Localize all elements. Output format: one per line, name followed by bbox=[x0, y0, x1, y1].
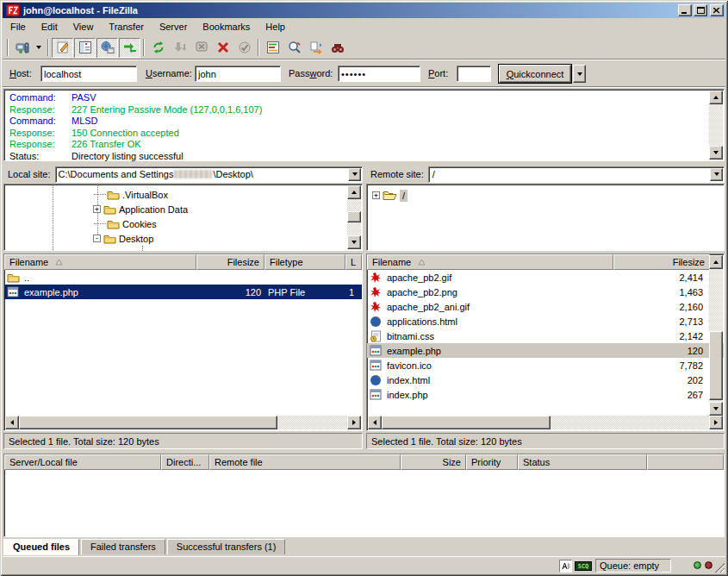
image-file-icon bbox=[367, 286, 383, 298]
tree-item-virtualbox[interactable]: .VirtualBox bbox=[94, 187, 168, 202]
scroll-down-button[interactable] bbox=[709, 402, 723, 416]
scroll-up-button[interactable] bbox=[709, 91, 723, 104]
toggle-local-tree-button[interactable] bbox=[74, 38, 96, 58]
tab-failed-transfers[interactable]: Failed transfers bbox=[81, 539, 165, 554]
tree-item-root[interactable]: + / bbox=[372, 188, 408, 203]
sync-browsing-button[interactable] bbox=[305, 38, 327, 58]
cancel-file-button[interactable] bbox=[190, 38, 212, 58]
scroll-left-button[interactable] bbox=[5, 416, 19, 429]
menu-bookmarks[interactable]: Bookmarks bbox=[195, 19, 258, 34]
file-row[interactable]: index.html 202 bbox=[367, 373, 724, 387]
column-lastmodified[interactable]: L bbox=[345, 254, 362, 270]
tree-item-desktop[interactable]: - Desktop bbox=[93, 231, 153, 246]
menu-transfer[interactable]: Transfer bbox=[101, 19, 152, 34]
minimize-button[interactable] bbox=[678, 4, 692, 16]
compare-button[interactable] bbox=[283, 38, 305, 58]
scroll-thumb[interactable] bbox=[347, 211, 361, 222]
scroll-left-button[interactable] bbox=[368, 416, 382, 429]
quickconnect-dropdown[interactable] bbox=[573, 65, 586, 83]
cancel-operation-button[interactable] bbox=[212, 38, 233, 58]
remote-horizontal-scrollbar[interactable] bbox=[368, 416, 723, 429]
column-status[interactable]: Status bbox=[518, 454, 647, 470]
tab-successful-transfers[interactable]: Successful transfers (1) bbox=[167, 539, 286, 554]
file-row[interactable]: bitnami.css 2,142 bbox=[367, 329, 724, 343]
quickconnect-button[interactable]: Quickconnect bbox=[499, 65, 571, 83]
column-filename[interactable]: Filename bbox=[367, 254, 613, 270]
host-input[interactable] bbox=[40, 66, 137, 82]
refresh-button[interactable] bbox=[147, 38, 169, 58]
scroll-thumb[interactable] bbox=[382, 416, 551, 429]
port-input[interactable] bbox=[457, 66, 491, 82]
remote-site-combobox[interactable]: / bbox=[428, 166, 725, 183]
folder-icon bbox=[4, 272, 21, 283]
remote-path: / bbox=[432, 169, 435, 179]
filezilla-logo-icon bbox=[6, 4, 20, 16]
file-row[interactable]: apache_pb2.png 1,463 bbox=[367, 285, 724, 299]
tab-queued-files[interactable]: Queued files bbox=[3, 539, 79, 555]
remote-status-bar: Selected 1 file. Total size: 120 bytes bbox=[366, 433, 725, 449]
local-site-combobox[interactable]: C:\Documents and Settings\Desktop\ bbox=[55, 166, 363, 183]
folder-icon bbox=[103, 204, 116, 215]
find-button[interactable] bbox=[327, 38, 348, 58]
local-site-dropdown[interactable] bbox=[348, 168, 361, 181]
tree-item-cookies[interactable]: Cookies bbox=[94, 216, 157, 231]
site-manager-dropdown[interactable] bbox=[33, 38, 45, 58]
port-label: Port: bbox=[428, 68, 448, 78]
local-status-bar: Selected 1 file. Total size: 120 bytes bbox=[3, 433, 363, 449]
toggle-queue-button[interactable] bbox=[119, 38, 140, 58]
scroll-up-button[interactable] bbox=[347, 185, 361, 199]
column-filetype[interactable]: Filetype bbox=[264, 254, 345, 270]
column-filesize[interactable]: Filesize bbox=[196, 254, 264, 270]
file-row[interactable]: applications.html 2,713 bbox=[367, 314, 724, 329]
scroll-thumb[interactable] bbox=[19, 416, 277, 429]
expand-icon[interactable]: + bbox=[372, 191, 380, 199]
tree-item-application-data[interactable]: + Application Data bbox=[93, 202, 188, 216]
username-input[interactable] bbox=[195, 66, 281, 82]
scroll-up-button[interactable] bbox=[709, 255, 723, 269]
local-horizontal-scrollbar[interactable] bbox=[5, 416, 361, 429]
file-row-parent[interactable]: .. bbox=[4, 270, 362, 285]
process-queue-button[interactable] bbox=[169, 38, 190, 58]
scroll-right-button[interactable] bbox=[347, 416, 361, 429]
menu-file[interactable]: File bbox=[3, 19, 34, 34]
remote-tree: + / bbox=[366, 184, 725, 251]
scroll-thumb[interactable] bbox=[709, 331, 723, 400]
filter-button[interactable] bbox=[262, 38, 283, 58]
file-row[interactable]: index.php 267 bbox=[367, 387, 724, 402]
local-tree-scrollbar[interactable] bbox=[347, 185, 361, 249]
file-row-selected[interactable]: example.php 120 PHP File 1 bbox=[4, 285, 362, 299]
scroll-down-button[interactable] bbox=[709, 146, 723, 160]
column-remote-file[interactable]: Remote file bbox=[209, 454, 401, 470]
site-manager-button[interactable] bbox=[11, 38, 33, 58]
file-row[interactable]: apache_pb2_ani.gif 2,160 bbox=[367, 299, 724, 314]
maximize-button[interactable] bbox=[694, 4, 707, 16]
column-direction[interactable]: Directi... bbox=[161, 454, 209, 470]
menu-edit[interactable]: Edit bbox=[34, 19, 65, 34]
menu-server[interactable]: Server bbox=[152, 19, 195, 34]
expand-icon[interactable]: + bbox=[93, 205, 101, 213]
column-priority[interactable]: Priority bbox=[466, 454, 518, 470]
column-server-local-file[interactable]: Server/Local file bbox=[4, 454, 161, 470]
column-filesize[interactable]: Filesize bbox=[613, 254, 710, 270]
quickconnect-bar: Host: Username: Password: Port: Quickcon… bbox=[3, 61, 725, 86]
log-scrollbar[interactable] bbox=[709, 91, 723, 160]
scroll-right-button[interactable] bbox=[709, 416, 723, 429]
column-filename[interactable]: Filename bbox=[4, 254, 196, 270]
remote-vertical-scrollbar[interactable] bbox=[709, 255, 723, 416]
password-input[interactable] bbox=[338, 66, 420, 82]
remote-site-dropdown[interactable] bbox=[710, 168, 723, 181]
toggle-message-log-button[interactable] bbox=[52, 38, 73, 58]
resize-grip[interactable] bbox=[713, 561, 725, 573]
menu-view[interactable]: View bbox=[65, 19, 102, 34]
file-row-selected[interactable]: example.php 120 bbox=[367, 343, 724, 358]
disconnect-button[interactable] bbox=[233, 38, 255, 58]
scroll-down-button[interactable] bbox=[347, 235, 361, 249]
menu-help[interactable]: Help bbox=[258, 19, 293, 34]
collapse-icon[interactable]: - bbox=[93, 235, 101, 242]
close-button[interactable] bbox=[710, 4, 724, 16]
column-size[interactable]: Size bbox=[401, 454, 466, 470]
toggle-remote-tree-button[interactable] bbox=[96, 38, 118, 58]
file-row[interactable]: favicon.ico 7,782 bbox=[367, 358, 724, 373]
file-row[interactable]: apache_pb2.gif 2,414 bbox=[367, 270, 724, 285]
scroll-track[interactable] bbox=[709, 104, 723, 146]
